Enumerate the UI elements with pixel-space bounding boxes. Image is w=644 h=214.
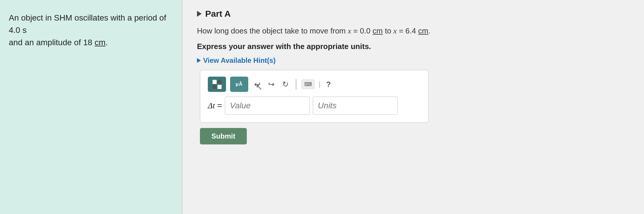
view-hints-button[interactable]: View Available Hint(s)	[197, 56, 629, 65]
answer-input-row: Δt =	[208, 97, 421, 115]
undo-icon: ↩	[254, 80, 261, 89]
delta-t-label: Δt =	[208, 101, 222, 110]
submit-label: Submit	[211, 132, 235, 140]
redo-icon: ↪	[268, 80, 275, 89]
keyboard-icon: ⌨	[304, 81, 312, 87]
hint-triangle-icon	[197, 58, 201, 63]
problem-statement: An object in SHM oscillates with a perio…	[9, 12, 173, 49]
problem-line2: and an amplitude of 18 cm.	[9, 36, 173, 49]
part-label: Part A	[205, 9, 231, 19]
redo-button[interactable]: ↪	[266, 79, 276, 90]
submit-button[interactable]: Submit	[200, 128, 247, 144]
reset-button[interactable]: ↻	[281, 79, 290, 90]
units-input[interactable]	[313, 97, 398, 115]
part-header: Part A	[197, 9, 629, 19]
hint-label: View Available Hint(s)	[203, 56, 276, 65]
unit-text-button[interactable]: µÂ	[230, 77, 248, 92]
math-toolbar: µÂ ↩ ↪ ↻ ⌨ | ?	[208, 77, 421, 92]
problem-line1: An object in SHM oscillates with a perio…	[9, 12, 173, 36]
instruction-text: Express your answer with the appropriate…	[197, 42, 629, 51]
reset-icon: ↻	[282, 80, 289, 89]
amplitude-unit: cm	[95, 38, 106, 47]
keyboard-button[interactable]: ⌨	[302, 80, 315, 89]
matrix-icon	[213, 80, 222, 89]
question-text: How long does the object take to move fr…	[197, 25, 629, 37]
toolbar-separator	[296, 79, 296, 90]
matrix-button[interactable]	[208, 77, 226, 92]
unit-text-label: µÂ	[236, 81, 243, 87]
help-button[interactable]: ?	[324, 79, 333, 90]
right-panel: ↖ Part A How long does the object take t…	[182, 0, 644, 214]
left-panel: An object in SHM oscillates with a perio…	[0, 0, 182, 214]
value-input[interactable]	[225, 97, 310, 115]
answer-box: µÂ ↩ ↪ ↻ ⌨ | ?	[200, 70, 429, 123]
help-icon: ?	[326, 80, 331, 89]
undo-button[interactable]: ↩	[252, 79, 262, 90]
collapse-triangle-icon[interactable]	[197, 11, 202, 17]
toolbar-pipe: |	[319, 80, 320, 88]
